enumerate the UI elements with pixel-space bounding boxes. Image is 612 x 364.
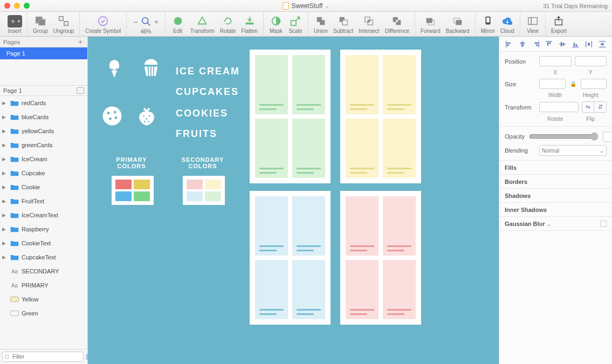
svg-rect-51 <box>562 43 564 45</box>
minimize-icon[interactable] <box>14 3 20 9</box>
align-center-h-icon[interactable] <box>518 40 527 49</box>
size-label: Size <box>505 81 536 87</box>
mask-button[interactable]: Mask <box>267 13 285 36</box>
inner-shadows-section[interactable]: Inner Shadows <box>499 203 612 217</box>
union-button[interactable]: Union <box>312 13 330 36</box>
add-page-button[interactable]: ＋ <box>77 37 84 47</box>
svg-rect-48 <box>549 42 551 44</box>
align-left-icon[interactable] <box>505 40 513 49</box>
distribute-v-icon[interactable] <box>598 40 607 49</box>
blending-select[interactable]: Normal⌄ <box>539 145 607 156</box>
subtract-button[interactable]: Subtract <box>331 13 355 36</box>
primary-colors-label: PRIMARYCOLORS <box>107 156 156 169</box>
svg-rect-7 <box>245 23 253 25</box>
distribute-h-icon[interactable] <box>585 40 593 49</box>
backward-button[interactable]: Backward <box>444 13 472 36</box>
layer-item[interactable]: Green <box>0 306 87 320</box>
forward-button[interactable]: Forward <box>418 13 443 36</box>
svg-point-32 <box>143 115 145 117</box>
flip-controls[interactable]: ⇋⇵ <box>582 101 607 113</box>
layer-item[interactable]: ▶CupcakeText <box>0 250 87 264</box>
window-controls <box>4 3 30 9</box>
ungroup-button[interactable]: Ungroup <box>51 13 76 36</box>
align-right-icon[interactable] <box>532 40 540 49</box>
svg-rect-3 <box>64 22 68 25</box>
group-button[interactable]: Group <box>31 13 50 36</box>
layer-item[interactable]: ▶IceCream <box>0 152 87 166</box>
layers-list: ▶redCards▶blueCards▶yellowCards▶greenCar… <box>0 96 87 349</box>
layer-item[interactable]: AaPRIMARY <box>0 278 87 292</box>
page-item[interactable]: Page 1 <box>0 47 87 59</box>
fills-section[interactable]: Fills <box>499 161 612 175</box>
fullscreen-icon[interactable] <box>24 3 30 9</box>
layer-item[interactable]: ▶FruitText <box>0 194 87 208</box>
layer-item[interactable]: ▶Raspberry <box>0 222 87 236</box>
layer-item[interactable]: ▶Cookie <box>0 180 87 194</box>
filter-input[interactable] <box>2 352 84 362</box>
strawberry-icon <box>135 105 158 127</box>
svg-rect-42 <box>521 44 524 46</box>
insert-button[interactable]: ＋▾ Insert <box>5 13 24 36</box>
transform-label: Transform <box>505 104 536 111</box>
layer-item[interactable]: ▶CookieText <box>0 236 87 250</box>
width-input[interactable] <box>539 79 566 89</box>
svg-rect-60 <box>601 43 603 45</box>
layer-item[interactable]: ▶Cupcake <box>0 166 87 180</box>
svg-point-6 <box>174 17 182 25</box>
svg-rect-41 <box>520 42 525 44</box>
svg-rect-19 <box>486 18 490 23</box>
align-top-icon[interactable] <box>545 40 553 49</box>
opacity-slider[interactable] <box>529 132 599 141</box>
align-center-v-icon[interactable] <box>558 40 567 49</box>
svg-rect-15 <box>427 18 432 23</box>
flatten-button[interactable]: Flatten <box>239 13 260 36</box>
view-button[interactable]: View <box>524 13 542 36</box>
difference-button[interactable]: Difference <box>383 13 411 36</box>
expand-icon[interactable] <box>77 87 84 94</box>
chevron-down-icon[interactable]: ⌄ <box>325 3 329 9</box>
close-icon[interactable] <box>4 3 10 9</box>
search-icon <box>140 16 152 28</box>
left-sidebar: Pages ＋ Page 1 Page 1 ▶redCards▶blueCard… <box>0 37 88 364</box>
layer-item[interactable]: Yellow <box>0 292 87 306</box>
transform-button[interactable]: Transform <box>188 13 217 36</box>
lock-icon[interactable]: 🔒 <box>569 81 577 87</box>
layer-item[interactable]: ▶greenCards <box>0 138 87 152</box>
layers-header: Page 1 <box>0 85 87 96</box>
svg-rect-54 <box>576 44 577 46</box>
borders-section[interactable]: Borders <box>499 175 612 189</box>
layer-item[interactable]: ▶redCards <box>0 96 87 110</box>
rotate-input[interactable] <box>539 102 579 112</box>
create-symbol-button[interactable]: Create Symbol <box>83 13 123 36</box>
position-x-input[interactable] <box>539 56 572 66</box>
pages-header: Pages ＋ <box>0 37 87 47</box>
gaussian-blur-section[interactable]: Gaussian Blur ⌄ <box>499 217 612 231</box>
layer-item[interactable]: ▶yellowCards <box>0 124 87 138</box>
layer-item[interactable]: ▶blueCards <box>0 110 87 124</box>
document-icon <box>283 2 289 10</box>
svg-point-27 <box>103 107 122 126</box>
edit-button[interactable]: Edit <box>169 13 187 36</box>
height-input[interactable] <box>581 79 607 89</box>
align-bottom-icon[interactable] <box>571 40 580 49</box>
shadows-section[interactable]: Shadows <box>499 189 612 203</box>
position-y-input[interactable] <box>575 56 607 66</box>
svg-rect-45 <box>536 44 538 46</box>
svg-point-34 <box>146 118 148 120</box>
cupcake-icon <box>140 57 162 80</box>
canvas[interactable]: ICE CREAM CUPCAKES COOKIES FRUITS PRIMAR… <box>88 37 499 364</box>
zoom-control[interactable]: − + 46% <box>130 14 161 36</box>
cloud-button[interactable]: Cloud <box>498 13 517 36</box>
export-button[interactable]: Export <box>549 13 569 36</box>
scale-button[interactable]: Scale <box>286 13 305 36</box>
intersect-button[interactable]: Intersect <box>356 13 381 36</box>
opacity-input[interactable] <box>603 132 612 142</box>
mirror-button[interactable]: Mirror <box>479 13 497 36</box>
svg-point-31 <box>115 116 118 119</box>
layer-item[interactable]: AaSECONDARY <box>0 264 87 278</box>
yellow-cards-artboard <box>340 50 421 183</box>
svg-point-33 <box>149 115 150 117</box>
blur-checkbox[interactable] <box>600 221 607 227</box>
layer-item[interactable]: ▶IceCreamText <box>0 208 87 222</box>
rotate-button[interactable]: Rotate <box>218 13 238 36</box>
